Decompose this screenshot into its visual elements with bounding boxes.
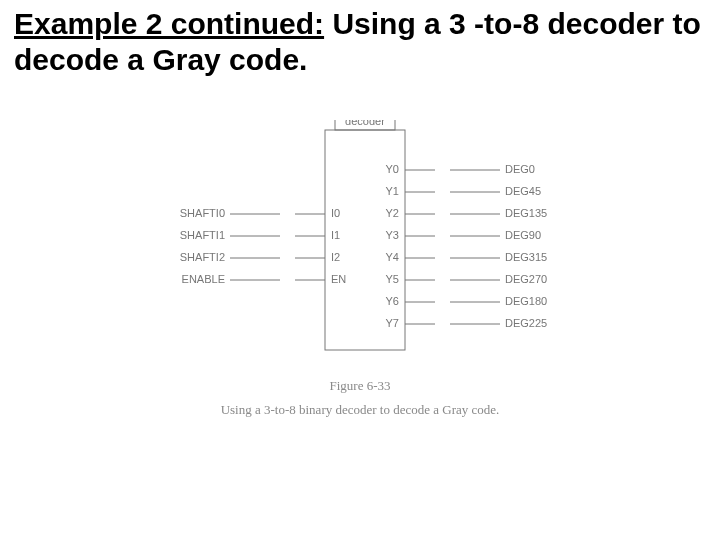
output-signal-label: DEG135 [505,207,547,219]
output-pin-label: Y7 [386,317,399,329]
output-signal-label: DEG90 [505,229,541,241]
output-signal-label: DEG0 [505,163,535,175]
output-pin-label: Y5 [386,273,399,285]
output-signal-label: DEG45 [505,185,541,197]
input-pin-label: EN [331,273,346,285]
output-pin-label: Y2 [386,207,399,219]
output-pin-label: Y0 [386,163,399,175]
output-pin-label: Y4 [386,251,399,263]
figure: 3-to-8decoderY0DEG0Y1DEG45Y2DEG135Y3DEG9… [0,120,720,418]
output-pin-label: Y1 [386,185,399,197]
figure-number: Figure 6-33 [0,378,720,394]
input-signal-label: SHAFTI1 [180,229,225,241]
decoder-diagram: 3-to-8decoderY0DEG0Y1DEG45Y2DEG135Y3DEG9… [150,120,570,370]
input-signal-label: SHAFTI0 [180,207,225,219]
slide: Example 2 continued: Using a 3 -to-8 dec… [0,0,720,540]
input-pin-label: I1 [331,229,340,241]
figure-caption: Using a 3-to-8 binary decoder to decode … [0,402,720,418]
input-pin-label: I0 [331,207,340,219]
output-pin-label: Y3 [386,229,399,241]
svg-text:decoder: decoder [345,120,385,127]
input-pin-label: I2 [331,251,340,263]
output-signal-label: DEG180 [505,295,547,307]
input-signal-label: ENABLE [182,273,225,285]
output-pin-label: Y6 [386,295,399,307]
output-signal-label: DEG315 [505,251,547,263]
title-underlined: Example 2 continued: [14,7,324,40]
slide-title: Example 2 continued: Using a 3 -to-8 dec… [14,6,706,78]
input-signal-label: SHAFTI2 [180,251,225,263]
output-signal-label: DEG225 [505,317,547,329]
output-signal-label: DEG270 [505,273,547,285]
